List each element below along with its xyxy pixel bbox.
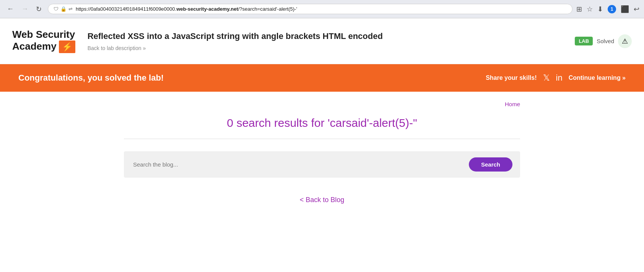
banner-right: Share your skills! 𝕏 in Continue learnin… [486, 73, 626, 83]
warning-icon[interactable]: ⚠ [618, 34, 632, 48]
solved-label: Solved [597, 38, 614, 44]
site-header: Web Security Academy⚡ Reflected XSS into… [0, 18, 644, 64]
qr-icon[interactable]: ⊞ [576, 5, 582, 13]
congratulations-text: Congratulations, you solved the lab! [18, 73, 164, 83]
address-bar[interactable]: 🛡 🔒 ⇌ https://0afa004003214f01849411f600… [48, 4, 572, 14]
nav-buttons: ← → ↻ [5, 4, 44, 14]
tab-icon: ⇌ [68, 6, 73, 12]
reload-button[interactable]: ↻ [34, 4, 44, 14]
search-button[interactable]: Search [469, 157, 512, 172]
back-to-blog-link[interactable]: < Back to Blog [300, 196, 345, 204]
search-input[interactable] [132, 159, 469, 170]
extensions-icon[interactable]: ⬛ [621, 5, 629, 13]
lab-badge: LAB [575, 37, 593, 45]
back-button[interactable]: ← [5, 4, 16, 14]
home-link[interactable]: Home [124, 101, 520, 107]
solved-banner: Congratulations, you solved the lab! Sha… [0, 64, 644, 92]
logo-text[interactable]: Web Security Academy⚡ [12, 29, 75, 53]
bookmark-icon[interactable]: ☆ [587, 5, 593, 13]
main-content: Home 0 search results for 'carsaid'-aler… [112, 92, 532, 222]
twitter-icon[interactable]: 𝕏 [543, 73, 550, 83]
lab-title-area: Reflected XSS into a JavaScript string w… [88, 31, 566, 51]
security-icons: 🛡 🔒 ⇌ [54, 6, 73, 12]
lab-title: Reflected XSS into a JavaScript string w… [88, 31, 566, 42]
lock-icon: 🔒 [60, 6, 67, 12]
search-results-title: 0 search results for 'carsaid'-alert(5)-… [124, 117, 520, 130]
logo-area: Web Security Academy⚡ [12, 29, 75, 53]
search-box-container: Search [124, 151, 520, 178]
lab-status-area: LAB Solved ⚠ [575, 34, 632, 48]
shield-icon: 🛡 [54, 6, 59, 12]
logo-icon: ⚡ [59, 40, 75, 53]
history-back-icon[interactable]: ↩ [634, 5, 639, 13]
share-skills-label: Share your skills! [486, 74, 537, 81]
browser-chrome: ← → ↻ 🛡 🔒 ⇌ https://0afa004003214f018494… [0, 0, 644, 18]
back-to-lab-description[interactable]: Back to lab description » [88, 45, 566, 51]
continue-learning-link[interactable]: Continue learning » [569, 74, 626, 81]
browser-actions: ⊞ ☆ ⬇ 1 ⬛ ↩ [576, 5, 639, 13]
profile-badge[interactable]: 1 [608, 5, 616, 13]
download-icon[interactable]: ⬇ [597, 5, 603, 13]
back-to-blog[interactable]: < Back to Blog [124, 196, 520, 204]
linkedin-icon[interactable]: in [556, 73, 563, 83]
address-url: https://0afa004003214f01849411f6009e0000… [76, 6, 567, 12]
divider [124, 139, 520, 139]
forward-button[interactable]: → [19, 4, 31, 14]
